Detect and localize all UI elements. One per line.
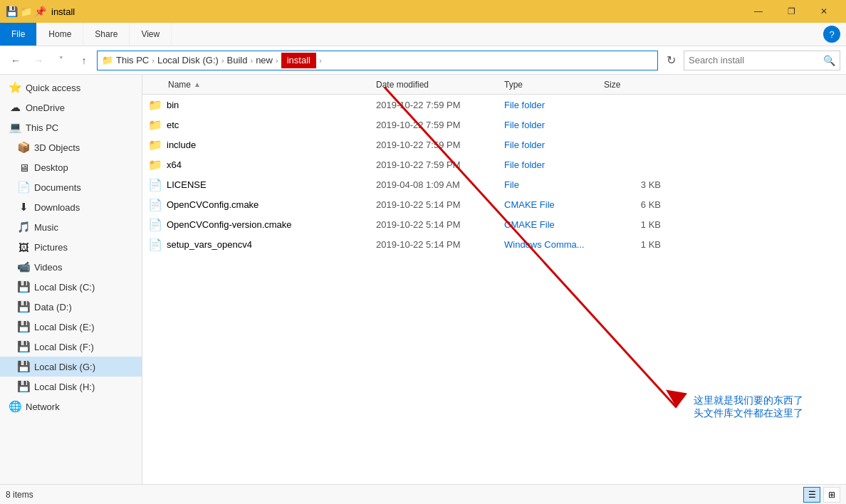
file-modified: 2019-10-22 7:59 PM xyxy=(376,159,504,170)
sidebar-item-pictures[interactable]: 🖼 Pictures xyxy=(0,237,142,257)
window-title: install xyxy=(51,6,75,17)
file-type: CMAKE File xyxy=(504,219,604,230)
breadcrumb-install[interactable]: install xyxy=(281,53,316,68)
sort-arrow-icon: ▲ xyxy=(194,80,201,88)
file-icon: 📄 xyxy=(148,237,162,251)
tab-home[interactable]: Home xyxy=(37,23,83,46)
pin-icon: 📌 xyxy=(34,6,46,17)
table-row[interactable]: 📁 bin 2019-10-22 7:59 PM File folder xyxy=(142,95,846,115)
file-type: File folder xyxy=(504,140,604,150)
sidebar-item-local-disk-g[interactable]: 💾 Local Disk (G:) xyxy=(0,357,142,377)
refresh-button[interactable]: ↻ xyxy=(661,51,681,70)
file-modified: 2019-10-22 7:59 PM xyxy=(376,140,504,150)
save-icon: 💾 xyxy=(6,6,17,17)
sidebar-item-documents[interactable]: 📄 Documents xyxy=(0,177,142,197)
table-row[interactable]: 📁 etc 2019-10-22 7:59 PM File folder xyxy=(142,115,846,135)
col-header-type[interactable]: Type xyxy=(504,80,604,90)
breadcrumb-sep-4: › xyxy=(276,56,278,65)
forward-button[interactable]: → xyxy=(28,51,48,70)
file-icon: 📄 xyxy=(148,177,162,191)
table-row[interactable]: 📁 include 2019-10-22 7:59 PM File folder xyxy=(142,135,846,154)
address-bar[interactable]: 📁 This PC › Local Disk (G:) › Build › ne… xyxy=(97,51,658,70)
this-pc-icon: 💻 xyxy=(9,121,21,134)
maximize-button[interactable]: ❐ xyxy=(775,0,808,23)
file-modified: 2019-10-22 7:59 PM xyxy=(376,100,504,110)
file-type: File folder xyxy=(504,120,604,130)
breadcrumb-folder-icon: 📁 xyxy=(102,55,113,65)
up-button[interactable]: ↑ xyxy=(74,51,94,70)
search-input[interactable] xyxy=(689,55,820,65)
folder-icon: 📁 xyxy=(20,6,31,17)
file-list-area: Name ▲ Date modified Type Size 📁 bin 201… xyxy=(142,75,846,484)
downloads-icon: ⬇ xyxy=(17,201,30,214)
folder-icon: 📁 xyxy=(148,157,162,172)
table-row[interactable]: 📄 LICENSE 2019-04-08 1:09 AM File 3 KB xyxy=(142,174,846,194)
3d-objects-icon: 📦 xyxy=(17,141,30,154)
sidebar-item-local-disk-h[interactable]: 💾 Local Disk (H:) xyxy=(0,377,142,397)
quick-access-icon: ⭐ xyxy=(9,81,21,94)
large-icons-view-button[interactable]: ⊞ xyxy=(823,487,840,503)
local-disk-c-icon: 💾 xyxy=(17,280,30,293)
table-row[interactable]: 📄 OpenCVConfig-version.cmake 2019-10-22 … xyxy=(142,214,846,234)
sidebar-item-local-disk-f[interactable]: 💾 Local Disk (F:) xyxy=(0,337,142,357)
sidebar-item-3d-objects[interactable]: 📦 3D Objects xyxy=(0,137,142,157)
tab-file[interactable]: File xyxy=(0,23,37,46)
local-disk-h-icon: 💾 xyxy=(17,380,30,393)
sidebar-item-quick-access[interactable]: ⭐ Quick access xyxy=(0,78,142,98)
file-name: OpenCVConfig-version.cmake xyxy=(167,219,292,230)
file-icon: 📄 xyxy=(148,197,162,211)
table-row[interactable]: 📄 setup_vars_opencv4 2019-10-22 5:14 PM … xyxy=(142,234,846,254)
data-d-icon: 💾 xyxy=(17,300,30,313)
breadcrumb-sep-1: › xyxy=(152,56,155,65)
tab-view[interactable]: View xyxy=(130,23,172,46)
ribbon: File Home Share View ? xyxy=(0,23,846,46)
breadcrumb-local-disk-g[interactable]: Local Disk (G:) xyxy=(157,55,219,65)
close-button[interactable]: ✕ xyxy=(808,0,840,23)
file-name: x64 xyxy=(167,159,182,170)
sidebar-item-desktop[interactable]: 🖥 Desktop xyxy=(0,157,142,177)
col-header-name[interactable]: Name ▲ xyxy=(148,80,376,90)
desktop-icon: 🖥 xyxy=(17,162,30,174)
details-view-button[interactable]: ☰ xyxy=(803,487,820,503)
file-name: OpenCVConfig.cmake xyxy=(167,199,258,210)
sidebar-item-local-disk-e[interactable]: 💾 Local Disk (E:) xyxy=(0,317,142,337)
tab-share[interactable]: Share xyxy=(83,23,130,46)
back-button[interactable]: ← xyxy=(6,51,26,70)
sidebar-item-music[interactable]: 🎵 Music xyxy=(0,217,142,237)
file-modified: 2019-10-22 5:14 PM xyxy=(376,219,504,230)
sidebar-item-downloads[interactable]: ⬇ Downloads xyxy=(0,197,142,217)
local-disk-e-icon: 💾 xyxy=(17,320,30,333)
help-button[interactable]: ? xyxy=(823,26,840,43)
search-box[interactable]: 🔍 xyxy=(684,51,840,70)
table-row[interactable]: 📁 x64 2019-10-22 7:59 PM File folder xyxy=(142,154,846,174)
file-size: 1 KB xyxy=(604,219,661,230)
folder-icon: 📁 xyxy=(148,98,162,112)
breadcrumb-build[interactable]: Build xyxy=(227,55,248,65)
file-name: LICENSE xyxy=(167,179,207,190)
status-bar: 8 items ☰ ⊞ xyxy=(0,484,846,504)
main-content: ⭐ Quick access ☁ OneDrive 💻 This PC 📦 3D… xyxy=(0,75,846,484)
pictures-icon: 🖼 xyxy=(17,241,30,253)
sidebar-item-this-pc[interactable]: 💻 This PC xyxy=(0,117,142,137)
file-size: 1 KB xyxy=(604,239,661,250)
sidebar-item-network[interactable]: 🌐 Network xyxy=(0,397,142,416)
file-name: etc xyxy=(167,120,179,130)
sidebar-item-local-disk-c[interactable]: 💾 Local Disk (C:) xyxy=(0,277,142,297)
videos-icon: 📹 xyxy=(17,261,30,273)
col-header-modified[interactable]: Date modified xyxy=(376,80,504,90)
sidebar-item-onedrive[interactable]: ☁ OneDrive xyxy=(0,98,142,117)
title-bar: 💾 📁 📌 install — ❐ ✕ xyxy=(0,0,846,23)
sidebar: ⭐ Quick access ☁ OneDrive 💻 This PC 📦 3D… xyxy=(0,75,142,484)
col-header-size[interactable]: Size xyxy=(604,80,661,90)
breadcrumb-new[interactable]: new xyxy=(256,55,273,65)
sidebar-item-data-d[interactable]: 💾 Data (D:) xyxy=(0,297,142,317)
breadcrumb-this-pc[interactable]: This PC xyxy=(116,55,149,65)
onedrive-icon: ☁ xyxy=(9,101,21,114)
table-row[interactable]: 📄 OpenCVConfig.cmake 2019-10-22 5:14 PM … xyxy=(142,194,846,214)
recent-locations-button[interactable]: ˅ xyxy=(51,51,71,70)
search-icon: 🔍 xyxy=(823,55,835,66)
sidebar-item-videos[interactable]: 📹 Videos xyxy=(0,257,142,277)
file-modified: 2019-04-08 1:09 AM xyxy=(376,179,504,190)
minimize-button[interactable]: — xyxy=(742,0,775,23)
file-modified: 2019-10-22 5:14 PM xyxy=(376,199,504,210)
